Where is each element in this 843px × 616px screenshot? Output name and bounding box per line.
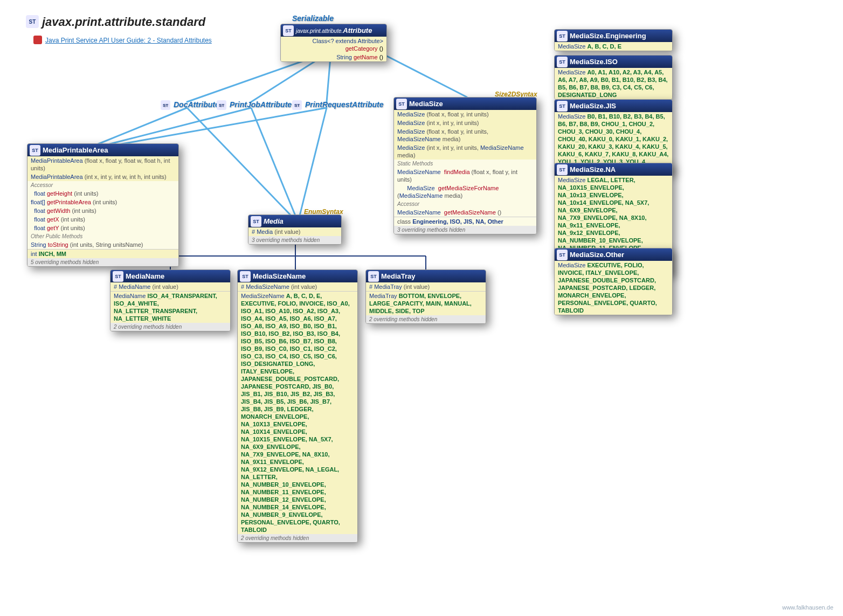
svg-line-9 [300,108,327,216]
printrequestattribute-label[interactable]: PrintRequestAttribute [292,100,383,109]
svg-line-5 [108,108,251,144]
class-icon [557,164,568,175]
interface-icon [292,100,302,110]
svg-line-7 [187,108,291,216]
class-icon [240,271,251,282]
class-attribute[interactable]: javax.print.attribute.Attribute Class<? … [280,24,387,62]
external-link-icon [33,36,42,44]
class-mediasize-engineering[interactable]: MediaSize.Engineering MediaSize A, B, C,… [554,29,673,51]
interface-icon [161,100,170,110]
printjobattribute-label[interactable]: PrintJobAttribute [217,100,292,109]
class-icon [557,31,568,41]
interface-icon [217,100,226,110]
class-icon [113,271,123,282]
class-media[interactable]: Media # Media (int value) 3 overriding m… [248,214,342,245]
class-icon [396,99,407,109]
class-icon [251,216,261,227]
guide-link[interactable]: Java Print Service API User Guide: 2 - S… [33,37,212,44]
svg-line-4 [97,108,187,144]
svg-line-3 [377,51,467,97]
class-icon [557,250,568,260]
class-icon [368,271,379,282]
docattribute-label[interactable]: DocAttribute [161,100,219,109]
class-icon [283,25,294,36]
class-icon [557,101,568,112]
class-mediasize[interactable]: MediaSize MediaSize (float x, float y, i… [393,97,537,234]
class-medianame[interactable]: MediaName # MediaName (int value) MediaN… [110,269,231,331]
class-mediaprintablearea[interactable]: MediaPrintableArea MediaPrintableArea (f… [27,143,179,267]
class-mediasize-iso[interactable]: MediaSize.ISO MediaSize A0, A1, A10, A2,… [554,55,673,100]
serializable-label: Serializable [279,14,334,23]
watermark: www.falkhausen.de [782,604,833,611]
guide-link-text: Java Print Service API User Guide: 2 - S… [45,37,212,44]
class-icon [30,145,40,156]
class-header: javax.print.attribute.Attribute [281,24,386,37]
class-mediatray[interactable]: MediaTray # MediaTray (int value) MediaT… [365,269,486,324]
class-mediasize-other[interactable]: MediaSize.Other MediaSize EXECUTIVE, FOL… [554,248,673,315]
svg-line-6 [119,108,327,144]
package-icon [26,15,39,28]
package-title: javax.print.attribute.standard [26,15,205,29]
package-title-text: javax.print.attribute.standard [42,15,205,29]
class-mediasizename[interactable]: MediaSizeName # MediaSizeName (int value… [237,269,358,543]
svg-line-8 [251,108,295,216]
class-icon [557,57,568,67]
